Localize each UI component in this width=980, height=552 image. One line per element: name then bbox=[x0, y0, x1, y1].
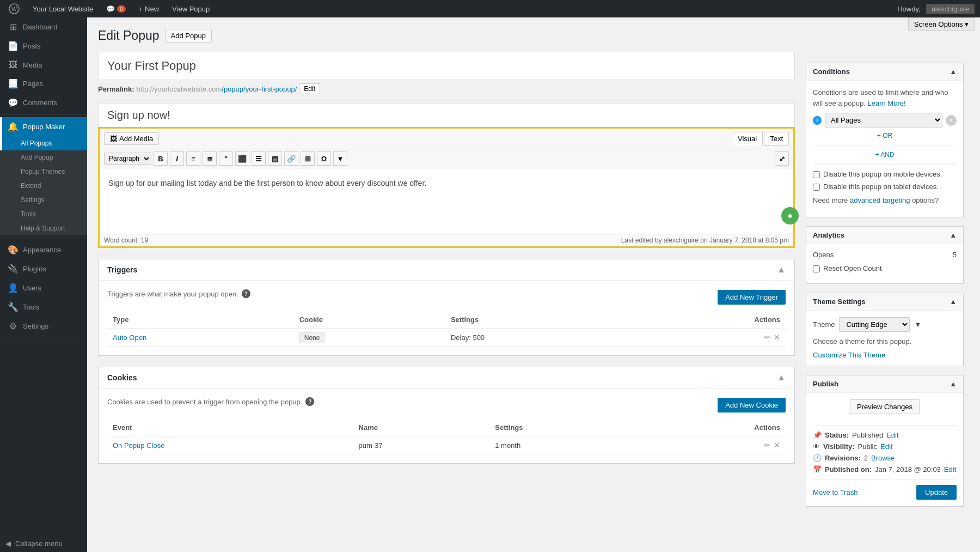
comments-menu[interactable]: 💬 0 bbox=[103, 0, 129, 17]
cookies-toggle[interactable]: ▲ bbox=[777, 373, 786, 383]
sidebar-item-extend[interactable]: Extend bbox=[0, 179, 87, 193]
move-to-trash-link[interactable]: Move to Trash bbox=[813, 488, 857, 496]
status-edit-link[interactable]: Edit bbox=[886, 431, 898, 439]
sidebar-item-posts[interactable]: 📄 Posts bbox=[0, 37, 87, 56]
cookies-metabox-header[interactable]: Cookies ▲ bbox=[99, 367, 794, 389]
italic-button[interactable]: I bbox=[170, 151, 184, 166]
table-button[interactable]: ⊞ bbox=[301, 151, 315, 166]
sidebar-item-plugins[interactable]: 🔌 Plugins bbox=[0, 259, 87, 278]
view-popup-link[interactable]: View Popup bbox=[169, 0, 213, 17]
submenu-label: Popup Themes bbox=[21, 168, 65, 175]
link-button[interactable]: 🔗 bbox=[284, 151, 298, 166]
sidebar-item-help-support[interactable]: Help & Support bbox=[0, 221, 87, 235]
publish-toggle-icon[interactable]: ▲ bbox=[950, 380, 957, 388]
advanced-targeting-link[interactable]: advanced targeting bbox=[850, 196, 910, 204]
align-right-button[interactable]: ▤ bbox=[268, 151, 282, 166]
sidebar-item-add-popup[interactable]: Add Popup bbox=[0, 150, 87, 165]
condition-select[interactable]: All Pages bbox=[825, 113, 942, 128]
cookie-edit-icon[interactable]: ✏ bbox=[764, 441, 770, 450]
cookie-delete-icon[interactable]: ✕ bbox=[774, 441, 780, 450]
popup-title-input[interactable] bbox=[98, 52, 795, 80]
unordered-list-button[interactable]: ≡ bbox=[186, 151, 200, 166]
add-media-button[interactable]: 🖼 Add Media bbox=[104, 132, 159, 145]
conditions-toggle-icon[interactable]: ▲ bbox=[950, 68, 957, 76]
triggers-toggle[interactable]: ▲ bbox=[777, 265, 786, 275]
site-name[interactable]: Your Local Website bbox=[29, 0, 96, 17]
and-link[interactable]: + AND bbox=[813, 151, 957, 159]
status-pin-icon: 📌 bbox=[813, 431, 822, 439]
sidebar-item-tools[interactable]: Tools bbox=[0, 207, 87, 221]
blockquote-button[interactable]: " bbox=[219, 151, 233, 166]
condition-info-icon[interactable]: i bbox=[813, 116, 822, 125]
green-circle-icon[interactable]: ● bbox=[781, 207, 799, 225]
sidebar-item-pages[interactable]: 📃 Pages bbox=[0, 74, 87, 93]
add-cookie-button[interactable]: Add New Cookie bbox=[718, 398, 786, 413]
published-edit-link[interactable]: Edit bbox=[944, 465, 956, 474]
analytics-panel-header[interactable]: Analytics ▲ bbox=[806, 227, 963, 244]
new-content-menu[interactable]: + New bbox=[136, 0, 162, 17]
bold-button[interactable]: B bbox=[154, 151, 168, 166]
theme-settings-panel-header[interactable]: Theme Settings ▲ bbox=[806, 293, 963, 311]
trigger-delete-icon[interactable]: ✕ bbox=[774, 333, 780, 342]
wp-logo[interactable]: W bbox=[5, 0, 23, 17]
add-trigger-button[interactable]: Add New Trigger bbox=[718, 290, 786, 305]
sidebar-item-settings[interactable]: Settings bbox=[0, 193, 87, 207]
align-left-button[interactable]: ⬛ bbox=[235, 151, 249, 166]
sidebar-item-tools[interactable]: 🔧 Tools bbox=[0, 298, 87, 317]
permalink-url[interactable]: http://yourlocalwebsite.com/popup/your-f… bbox=[136, 85, 297, 93]
sidebar-item-popup-maker[interactable]: 🔔 Popup Maker bbox=[0, 117, 87, 136]
collapse-menu-button[interactable]: ◀ Collapse menu bbox=[0, 535, 87, 552]
sidebar-item-appearance[interactable]: 🎨 Appearance bbox=[0, 240, 87, 259]
username-display[interactable]: alexchiguire bbox=[926, 4, 975, 14]
special-chars-button[interactable]: Ω bbox=[317, 151, 331, 166]
update-button[interactable]: Update bbox=[916, 485, 957, 500]
more-options-button[interactable]: ▼ bbox=[333, 151, 347, 166]
permalink-label: Permalink: bbox=[98, 85, 134, 93]
publish-panel-header[interactable]: Publish ▲ bbox=[806, 375, 963, 393]
cookie-event-link[interactable]: On Popup Close bbox=[113, 441, 164, 450]
theme-description: Choose a theme for this popup. bbox=[813, 336, 957, 347]
screen-options-button[interactable]: Screen Options ▾ bbox=[908, 17, 975, 31]
reset-open-count-checkbox[interactable] bbox=[813, 265, 820, 272]
editor-content[interactable]: Sign up for our mailing list today and b… bbox=[100, 168, 793, 234]
sidebar-item-users[interactable]: 👤 Users bbox=[0, 278, 87, 298]
revisions-browse-link[interactable]: Browse bbox=[871, 454, 895, 462]
sidebar-item-popup-themes[interactable]: Popup Themes bbox=[0, 165, 87, 179]
sidebar-item-media[interactable]: 🖼 Media bbox=[0, 56, 87, 74]
visual-tab[interactable]: Visual bbox=[732, 132, 763, 145]
theme-settings-toggle-icon[interactable]: ▲ bbox=[950, 298, 957, 306]
condition-remove-button[interactable]: × bbox=[946, 115, 957, 126]
triggers-metabox-header[interactable]: Triggers ▲ bbox=[99, 259, 794, 281]
disable-mobile-checkbox[interactable] bbox=[813, 171, 820, 178]
sidebar-item-dashboard[interactable]: ⊞ Dashboard bbox=[0, 17, 87, 37]
publish-title: Publish bbox=[813, 380, 838, 388]
or-link[interactable]: + OR bbox=[813, 132, 957, 139]
sidebar-item-comments[interactable]: 💬 Comments bbox=[0, 93, 87, 112]
triggers-help-icon[interactable]: ? bbox=[242, 289, 250, 298]
permalink-edit-button[interactable]: Edit bbox=[299, 83, 320, 94]
trigger-type-link[interactable]: Auto Open bbox=[113, 333, 146, 342]
ordered-list-button[interactable]: ≣ bbox=[203, 151, 217, 166]
align-center-button[interactable]: ☰ bbox=[252, 151, 266, 166]
customize-theme-link[interactable]: Customize This Theme bbox=[813, 351, 885, 359]
conditions-body: Conditions are used to limit where and w… bbox=[806, 81, 963, 217]
analytics-toggle-icon[interactable]: ▲ bbox=[950, 231, 957, 239]
trigger-edit-icon[interactable]: ✏ bbox=[764, 333, 770, 342]
sidebar-item-label: Popup Maker bbox=[23, 123, 65, 131]
editor-formatting-bar: Paragraph B I ≡ ≣ " ⬛ ☰ ▤ 🔗 ⊞ Ω ▼ bbox=[100, 149, 793, 168]
conditions-panel-header[interactable]: Conditions ▲ bbox=[806, 63, 963, 81]
conditions-learn-more-link[interactable]: Learn More! bbox=[867, 99, 905, 107]
cookies-help-icon[interactable]: ? bbox=[305, 397, 314, 406]
sidebar-item-settings-main[interactable]: ⚙ Settings bbox=[0, 317, 87, 336]
trigger-settings: Delay: 500 bbox=[445, 329, 632, 347]
disable-tablet-checkbox[interactable] bbox=[813, 184, 820, 191]
add-popup-button[interactable]: Add Popup bbox=[165, 29, 212, 43]
paragraph-select[interactable]: Paragraph bbox=[104, 153, 151, 165]
text-tab[interactable]: Text bbox=[764, 132, 789, 145]
theme-select[interactable]: Cutting Edge bbox=[839, 317, 910, 332]
preview-changes-button[interactable]: Preview Changes bbox=[850, 399, 920, 414]
visibility-edit-link[interactable]: Edit bbox=[880, 442, 892, 451]
disable-tablet-row: Disable this popup on tablet devices. bbox=[813, 183, 957, 191]
fullscreen-button[interactable]: ⤢ bbox=[775, 151, 789, 166]
sidebar-item-all-popups[interactable]: All Popups bbox=[0, 136, 87, 150]
